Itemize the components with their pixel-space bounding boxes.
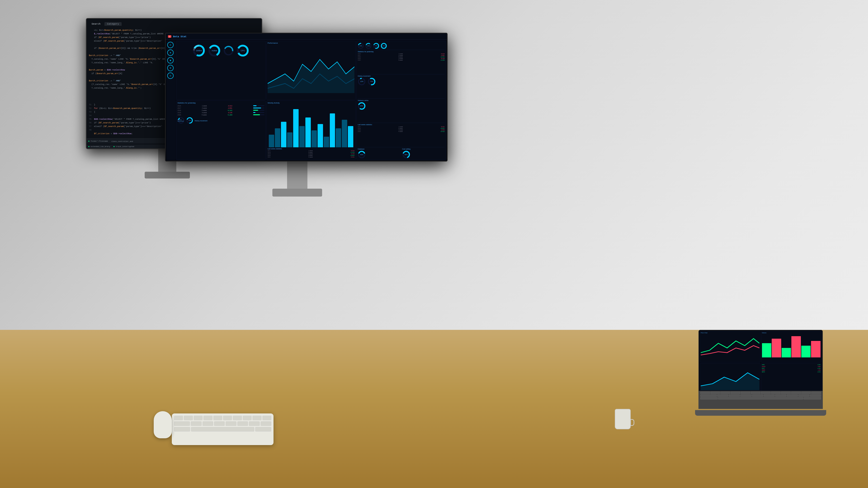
- line-chart-svg: [268, 45, 355, 93]
- laptop-screen-content: Price Chart Volume: [699, 330, 822, 395]
- bar-chart: [268, 105, 355, 147]
- coffee-cup: [615, 409, 631, 429]
- key: [700, 392, 710, 394]
- prog-bar-3: [253, 110, 265, 111]
- prog-bar-1: [253, 105, 265, 106]
- sidebar-icon-2[interactable]: ◈: [167, 50, 174, 56]
- laptop-chart-1-title: Price Chart: [701, 332, 760, 333]
- donut-1-label: Online: [196, 50, 202, 52]
- prog-bar-5-fill: [253, 114, 260, 115]
- sidebar-icon-1[interactable]: ⊙: [167, 42, 174, 48]
- gauge-73pct-label: 73%: [368, 77, 376, 86]
- lastweeks-rows: 2017 1 week -5.411 2018 2 week +3.021 20…: [358, 126, 445, 132]
- stats-table-title: Statistics for yesterday: [178, 102, 265, 104]
- desk-keyboard[interactable]: [172, 414, 274, 445]
- sidebar-icon-5[interactable]: ◎: [167, 72, 174, 79]
- dashboard: β Beta Stat ⊙ ◈ ◉ ⊛ ◎: [166, 33, 447, 161]
- prog-bar-5: [253, 114, 265, 115]
- panel-right-large: 22% 30% 75%: [356, 41, 446, 160]
- lbar-5: [801, 346, 811, 357]
- key: [811, 392, 821, 394]
- key: [720, 392, 730, 394]
- lbar-3: [782, 348, 791, 357]
- file2-sub: class_controller_and: [112, 140, 133, 142]
- cost-title: Cost setting: [402, 148, 445, 150]
- laptop-base: [695, 410, 826, 416]
- laptop-table: AAPL +2.3% GOOG -0.8% MSFT +1.5% AMZN: [762, 364, 821, 372]
- variance-title: Variance series: [358, 100, 445, 101]
- donuts-container: Online Active: [178, 42, 265, 59]
- bar-2: [275, 128, 280, 148]
- bar-9: [318, 124, 323, 148]
- key: [752, 394, 763, 397]
- lastweeks-barchart-title: Last weeks statistics: [268, 148, 355, 150]
- laptop-screen: Price Chart Volume: [699, 330, 823, 395]
- sidebar-icon-3[interactable]: ◉: [167, 57, 174, 64]
- prog-bar-1-fill: [253, 105, 256, 106]
- prog-bar-2-fill: [253, 107, 261, 108]
- gauge-cost: 65%: [402, 151, 410, 159]
- bar-7: [305, 118, 311, 147]
- bar-13: [342, 120, 347, 147]
- rpanel-variance: Variance series 80%: [358, 100, 445, 123]
- laptop-bars: [762, 334, 821, 357]
- key: [700, 394, 717, 397]
- laptop-key-row-3: [700, 397, 821, 399]
- panel-donuts: Online Active: [176, 41, 266, 100]
- gauge-80pct: 80%: [358, 102, 366, 110]
- key: [731, 392, 740, 394]
- donut-3: [223, 45, 234, 56]
- file1-sub: track_interrupted: [116, 145, 134, 148]
- lastweeks-barchart: Last weeks statistics 2017 1 week -0.212…: [268, 148, 355, 158]
- laptop-key-row-2: [700, 394, 821, 397]
- key: [729, 394, 740, 397]
- gauge-db-label: 40%: [358, 151, 366, 159]
- mini-gauge-12: History movement: [178, 117, 185, 124]
- file2-label: folder*/filename: [91, 140, 108, 142]
- stats-yesterday-rows: 2016 1 week -0.313 2017 2 week -4.091 20…: [358, 53, 445, 61]
- dashboard-title: Beta Stat: [173, 35, 186, 38]
- key: [741, 392, 750, 394]
- rpanel-history: History movement 12%: [358, 75, 445, 99]
- key: [771, 392, 781, 394]
- desk-mouse[interactable]: [154, 411, 172, 438]
- ring-100: 100%: [381, 43, 387, 49]
- panel-stats-table: Statistics for yesterday 2016 1 week -0.…: [176, 101, 266, 160]
- gauge-db: 40%: [358, 151, 366, 159]
- tab-category[interactable]: Category: [104, 22, 122, 26]
- dashboard-body: ⊙ ◈ ◉ ⊛ ◎ Online: [166, 40, 447, 161]
- variance-gauges: 80%: [358, 102, 445, 110]
- stats-table-rows: 2016 1 week -0.313 2017 2 week -4.091: [178, 105, 265, 116]
- ring-30-label: 30%: [365, 43, 372, 49]
- key: [764, 394, 775, 397]
- laptop-key-row-1: [700, 392, 821, 394]
- ring-100-label: 100%: [381, 43, 387, 49]
- sidebar-icon-4[interactable]: ⊛: [167, 65, 174, 71]
- bar-14: [348, 126, 353, 147]
- lbar-2: [772, 339, 781, 357]
- tab-search[interactable]: Search: [89, 22, 103, 26]
- gauge-73pct: 73%: [368, 77, 376, 86]
- bar-8: [311, 130, 317, 147]
- monitor-right: β Beta Stat ⊙ ◈ ◉ ⊛ ◎: [165, 33, 447, 162]
- history-title: History movement: [358, 75, 445, 77]
- key: [791, 392, 801, 394]
- cup-handle: [630, 419, 634, 426]
- key: [775, 394, 786, 397]
- linechart-title: Performance: [268, 42, 355, 44]
- laptop-chart-2: Volume: [761, 331, 822, 362]
- ring-22: 22%: [358, 43, 364, 49]
- file1-label: extended_lib_brary: [91, 145, 110, 148]
- ring-75: 75%: [373, 43, 379, 49]
- mini-gauge-12-label: History movement: [178, 117, 185, 124]
- svg-marker-31: [701, 372, 760, 390]
- key: [700, 397, 718, 399]
- key: [751, 392, 761, 394]
- gauge-12pct: 12%: [358, 77, 366, 86]
- dashboard-header: β Beta Stat: [166, 33, 447, 40]
- monitor-right-base: [272, 189, 322, 197]
- prog-bar-2: [253, 107, 265, 108]
- donut-2-label: Active: [212, 50, 217, 52]
- db-title: Database: [358, 148, 400, 150]
- lbar-6: [811, 341, 820, 357]
